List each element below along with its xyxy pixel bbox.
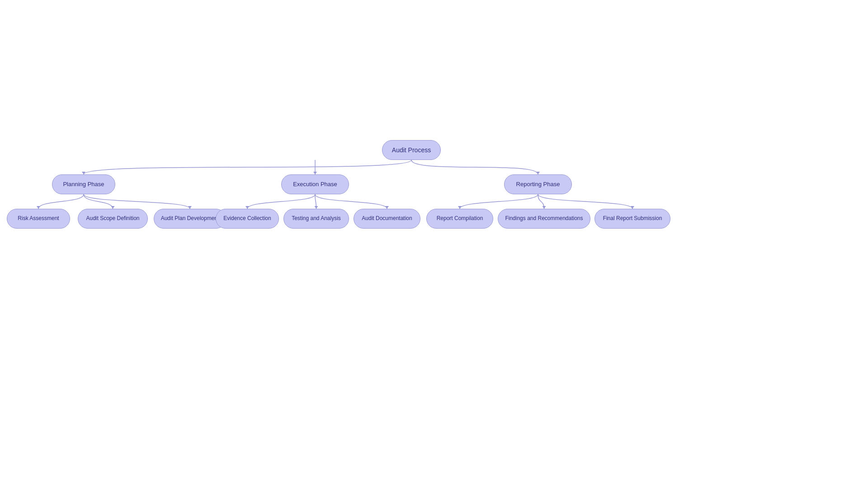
evidence-collection-label: Evidence Collection: [223, 215, 271, 222]
node-findings-recommendations: Findings and Recommendations: [498, 209, 590, 229]
node-audit-process: Audit Process: [382, 140, 441, 160]
execution-phase-label: Execution Phase: [293, 181, 337, 188]
reporting-phase-label: Reporting Phase: [516, 181, 560, 188]
node-testing-analysis: Testing and Analysis: [283, 209, 349, 229]
final-report-label: Final Report Submission: [603, 215, 662, 222]
audit-scope-label: Audit Scope Definition: [86, 215, 139, 222]
node-risk-assessment: Risk Assessment: [7, 209, 70, 229]
node-reporting-phase: Reporting Phase: [504, 174, 572, 194]
connectors-svg: [0, 0, 868, 488]
diagram-container: Audit Process Planning Phase Execution P…: [0, 0, 868, 488]
report-compilation-label: Report Compilation: [437, 215, 483, 222]
findings-recommendations-label: Findings and Recommendations: [505, 215, 583, 222]
node-report-compilation: Report Compilation: [426, 209, 493, 229]
node-final-report-submission: Final Report Submission: [594, 209, 670, 229]
node-audit-scope-definition: Audit Scope Definition: [78, 209, 148, 229]
root-label: Audit Process: [392, 146, 431, 154]
node-planning-phase: Planning Phase: [52, 174, 115, 194]
node-execution-phase: Execution Phase: [281, 174, 349, 194]
node-audit-documentation: Audit Documentation: [354, 209, 420, 229]
node-audit-plan-development: Audit Plan Development: [154, 209, 226, 229]
audit-plan-label: Audit Plan Development: [161, 215, 219, 222]
risk-assessment-label: Risk Assessment: [18, 215, 59, 222]
audit-documentation-label: Audit Documentation: [362, 215, 412, 222]
node-evidence-collection: Evidence Collection: [216, 209, 279, 229]
testing-analysis-label: Testing and Analysis: [292, 215, 341, 222]
planning-phase-label: Planning Phase: [63, 181, 104, 188]
